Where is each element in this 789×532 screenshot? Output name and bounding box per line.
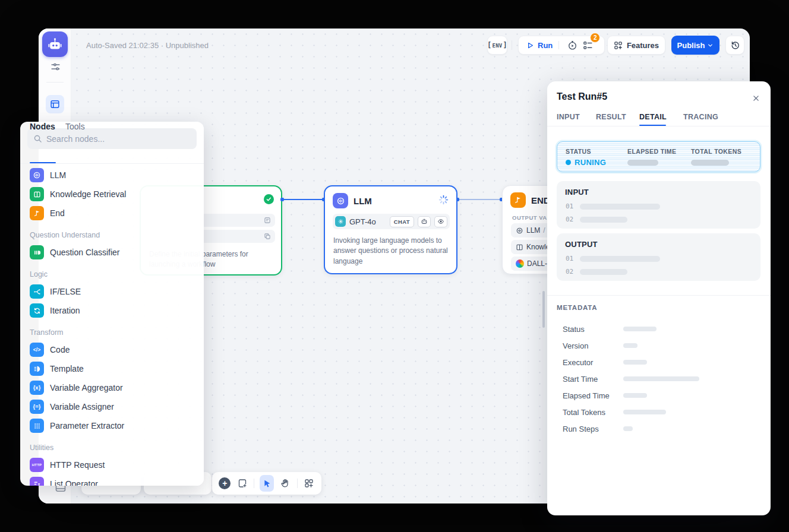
metadata-row: Executor	[563, 354, 755, 370]
output-card: OUTPUT 01 02	[557, 233, 760, 281]
tab-nodes[interactable]: Nodes	[30, 122, 55, 131]
input-card: INPUT 01 02	[557, 181, 760, 229]
section-title-utilities: Utilities	[30, 441, 194, 455]
status-label: STATUS	[566, 148, 591, 155]
add-note-button[interactable]	[236, 476, 249, 490]
node-item-parameter-extractor[interactable]: Parameter Extractor	[20, 416, 204, 435]
running-status-value: RUNING	[575, 158, 606, 167]
metadata-section: METADATA Status Version Executor Start T…	[547, 295, 771, 296]
section-title-logic: Logic	[30, 267, 194, 281]
node-item-end[interactable]: End	[20, 204, 204, 223]
tab-detail[interactable]: DETAIL	[639, 113, 667, 121]
canvas-scrollbar[interactable]	[542, 291, 545, 328]
preferences-sliders-icon[interactable]	[50, 61, 61, 72]
llm-icon	[30, 168, 44, 182]
search-input[interactable]	[46, 134, 177, 144]
llm-node-icon	[333, 193, 348, 208]
variable-assigner-icon: {=}	[30, 400, 44, 414]
node-item-code[interactable]: </> Code	[20, 340, 204, 359]
robot-icon	[47, 36, 63, 52]
metadata-title: METADATA	[557, 304, 597, 311]
node-item-iteration[interactable]: Iteration	[20, 301, 204, 320]
metadata-row: Start Time	[563, 370, 755, 387]
features-button[interactable]: Features	[607, 36, 665, 55]
node-item-http-request[interactable]: HTTP HTTP Request	[20, 455, 204, 474]
edge-handle	[280, 198, 284, 201]
close-icon[interactable]	[749, 91, 762, 104]
tab-result[interactable]: RESULT	[596, 113, 626, 121]
book-icon	[30, 187, 44, 201]
vision-capability-badge	[434, 216, 447, 227]
edge-start-to-llm	[283, 199, 323, 200]
openai-icon: ✳	[335, 216, 346, 227]
elapsed-time-label: ELAPSED TIME	[627, 148, 676, 155]
total-tokens-skeleton	[691, 160, 729, 166]
http-icon: HTTP	[30, 458, 44, 472]
play-icon	[526, 42, 534, 49]
section-title-transform: Transform	[30, 325, 194, 340]
publish-button[interactable]: Publish	[671, 36, 719, 55]
end-node-icon	[510, 192, 526, 208]
checklist-button[interactable]: 2	[580, 38, 595, 52]
output-title: OUTPUT	[565, 240, 598, 249]
metadata-row: Version	[563, 337, 755, 354]
tabs-divider	[20, 163, 204, 164]
tab-input[interactable]: INPUT	[557, 113, 580, 121]
llm-node[interactable]: LLM ✳ GPT-4o CHAT	[324, 185, 457, 274]
search-icon	[33, 134, 42, 143]
copy-icon	[264, 233, 271, 240]
checklist-count-badge: 2	[590, 33, 600, 43]
pointer-mode-button[interactable]	[260, 475, 274, 492]
features-grid-icon	[614, 41, 623, 50]
tab-tracing[interactable]: TRACING	[683, 113, 718, 121]
node-item-template[interactable]: Template	[20, 359, 204, 378]
hand-icon	[280, 479, 290, 488]
success-check-icon	[264, 194, 274, 204]
robot-capability-badge	[418, 216, 431, 227]
dalle-icon	[516, 259, 524, 268]
add-node-button[interactable]: +	[219, 476, 231, 490]
model-name: GPT-4o	[349, 217, 376, 226]
loop-icon	[30, 303, 44, 318]
workflow-window-icon	[50, 99, 60, 109]
run-history-stopwatch-icon[interactable]	[565, 38, 579, 52]
tabs-divider	[547, 126, 771, 126]
app-logo-robot-icon[interactable]	[42, 31, 68, 57]
organize-icon	[304, 479, 314, 488]
eye-icon	[437, 218, 444, 225]
section-title-question-understand: Question Understand	[30, 228, 194, 242]
node-item-knowledge-retrieval[interactable]: Knowledge Retrieval	[20, 185, 204, 204]
run-button[interactable]: Run	[526, 41, 553, 50]
node-item-variable-assigner[interactable]: {=} Variable Assigner	[20, 397, 204, 416]
output-skeleton	[580, 256, 660, 262]
template-icon	[30, 362, 44, 376]
input-title: INPUT	[565, 188, 589, 197]
search-box	[27, 128, 197, 149]
input-skeleton	[580, 204, 660, 210]
edge-llm-to-end	[459, 199, 501, 200]
model-selector-row[interactable]: ✳ GPT-4o CHAT	[333, 214, 450, 229]
branch-icon	[30, 284, 44, 299]
hand-mode-button[interactable]	[279, 476, 292, 490]
version-history-button[interactable]	[725, 36, 744, 55]
node-list: LLM Knowledge Retrieval End Question Und…	[20, 166, 204, 486]
node-search-panel: Nodes Tools LLM Knowledge Retrieval	[20, 122, 204, 486]
node-item-question-classifier[interactable]: Question Classifier	[20, 243, 204, 262]
features-label: Features	[627, 41, 659, 50]
node-item-list-operator[interactable]: List Operator	[20, 474, 204, 486]
node-item-if-else[interactable]: IF/ELSE	[20, 282, 204, 301]
code-icon: </>	[30, 343, 44, 357]
toolbar-divider	[254, 479, 254, 488]
node-item-llm[interactable]: LLM	[20, 166, 204, 185]
organize-blocks-button[interactable]	[302, 476, 315, 490]
sidebar-item-workflow[interactable]	[46, 95, 64, 113]
llm-node-description: Invoking large language models to answer…	[333, 236, 451, 267]
env-icon: ENV	[485, 41, 509, 49]
tab-tools[interactable]: Tools	[65, 122, 85, 131]
node-item-variable-aggregator[interactable]: {x} Variable Aggregator	[20, 378, 204, 397]
env-button[interactable]: ENV	[487, 36, 507, 55]
metadata-row: Status	[563, 321, 755, 337]
run-controls-group: Run 2	[518, 36, 605, 55]
active-tab-underline	[30, 162, 56, 163]
test-run-panel: Test Run#5 INPUT RESULT DETAIL TRACING S…	[547, 81, 771, 515]
